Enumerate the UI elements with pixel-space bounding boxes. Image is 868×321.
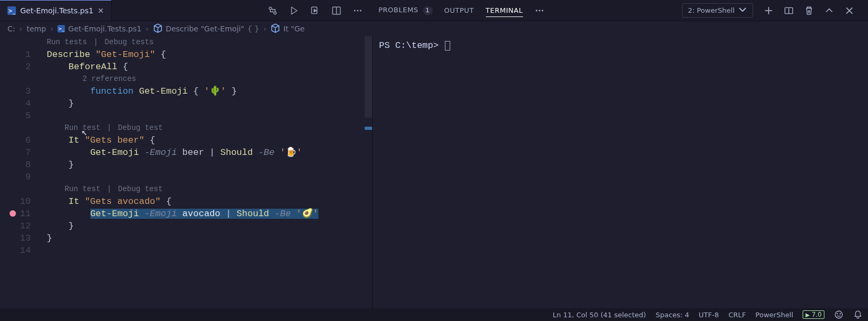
status-encoding[interactable]: UTF-8 xyxy=(699,311,719,319)
terminal-prompt: PS C:\temp> xyxy=(379,40,444,51)
terminal-actions: 2: PowerShell xyxy=(682,3,862,18)
codelens-debug-tests[interactable]: Debug tests xyxy=(105,36,154,48)
powershell-file-icon: >_ xyxy=(57,25,65,32)
status-language[interactable]: PowerShell xyxy=(755,311,793,319)
breakpoint-icon[interactable] xyxy=(10,210,16,217)
run-icon[interactable] xyxy=(289,6,299,15)
svg-point-8 xyxy=(536,10,537,11)
code-line xyxy=(47,110,372,122)
codelens-run-test[interactable]: Run test xyxy=(65,183,100,195)
tab-problems[interactable]: PROBLEMS 1 xyxy=(378,4,433,18)
codelens: Run test | Debug test xyxy=(47,183,372,195)
feedback-icon[interactable] xyxy=(834,310,844,319)
breadcrumb[interactable]: C: › temp › >_ Get-Emoji.Tests.ps1 › Des… xyxy=(0,21,372,36)
terminal-selector[interactable]: 2: PowerShell xyxy=(682,3,753,18)
code-line: } xyxy=(47,159,372,171)
breadcrumb-seg[interactable]: temp xyxy=(27,24,46,33)
svg-point-1 xyxy=(274,12,276,14)
svg-point-9 xyxy=(538,10,540,11)
code-line: Get-Emoji -Emoji avocado | Should -Be '🥑… xyxy=(47,208,372,220)
overview-ruler-marker xyxy=(365,127,372,130)
code-content[interactable]: Run tests | Debug tests Describe "Get-Em… xyxy=(47,36,372,308)
svg-point-10 xyxy=(542,10,543,11)
more-icon[interactable] xyxy=(353,6,363,15)
codelens-debug-test[interactable]: Debug test xyxy=(118,122,163,134)
chevron-down-icon xyxy=(738,5,747,16)
terminal-cursor xyxy=(445,41,450,51)
maximize-panel-icon[interactable] xyxy=(824,6,834,15)
codelens-references[interactable]: 2 references xyxy=(82,73,136,85)
editor-tabs: >_ Get-Emoji.Tests.ps1 ✕ xyxy=(0,0,372,21)
tab-filename: Get-Emoji.Tests.ps1 xyxy=(20,6,94,15)
svg-point-18 xyxy=(837,314,838,314)
code-line: BeforeAll { xyxy=(47,61,372,73)
svg-point-5 xyxy=(354,10,356,11)
codelens-debug-test[interactable]: Debug test xyxy=(118,183,163,195)
trash-icon[interactable] xyxy=(804,6,814,15)
line-gutter: 1 2 3 4 5 6 7 8 9 10 11 12 13 14 xyxy=(0,36,47,308)
breadcrumb-symbol[interactable]: It "Ge xyxy=(271,23,305,35)
svg-point-17 xyxy=(835,311,842,318)
codelens: Run test | Debug test xyxy=(47,122,372,134)
close-panel-icon[interactable] xyxy=(845,6,854,15)
breadcrumb-seg[interactable]: >_ Get-Emoji.Tests.ps1 xyxy=(57,24,141,33)
tab-terminal[interactable]: TERMINAL xyxy=(486,4,523,17)
svg-point-7 xyxy=(360,10,361,11)
git-compare-icon[interactable] xyxy=(268,6,277,15)
status-indent[interactable]: Spaces: 4 xyxy=(655,311,689,319)
editor-toolbar xyxy=(268,0,372,21)
split-editor-icon[interactable] xyxy=(332,6,341,15)
status-eol[interactable]: CRLF xyxy=(729,311,746,319)
codelens: Run tests | Debug tests xyxy=(47,36,372,48)
codelens: 2 references xyxy=(47,73,372,85)
more-icon[interactable] xyxy=(535,6,544,15)
minimap[interactable] xyxy=(365,36,372,308)
svg-point-19 xyxy=(840,314,840,314)
breadcrumb-seg[interactable]: C: xyxy=(7,24,15,33)
chevron-right-icon: › xyxy=(146,24,149,33)
svg-point-6 xyxy=(357,10,359,11)
new-terminal-icon[interactable] xyxy=(764,6,773,15)
run-selection-icon[interactable] xyxy=(310,6,320,15)
code-line: function Get-Emoji { '🌵' } xyxy=(47,85,372,97)
breadcrumb-symbol[interactable]: Describe "Get-Emoji" { } xyxy=(153,23,259,35)
status-ps-version[interactable]: ▶ 7.0 xyxy=(803,310,824,319)
symbol-icon xyxy=(271,23,280,35)
code-line xyxy=(47,244,372,257)
chevron-right-icon: › xyxy=(264,24,267,33)
powershell-file-icon: >_ xyxy=(7,6,16,15)
split-terminal-icon[interactable] xyxy=(784,6,794,15)
code-line: Describe "Get-Emoji" { xyxy=(47,48,372,61)
code-line: It "Gets avocado" { xyxy=(47,195,372,208)
main-area: 1 2 3 4 5 6 7 8 9 10 11 12 13 14 Run tes… xyxy=(0,36,868,308)
title-bar: >_ Get-Emoji.Tests.ps1 ✕ PROBLEMS xyxy=(0,0,868,21)
code-line: } xyxy=(47,220,372,232)
panel-tabs: PROBLEMS 1 OUTPUT TERMINAL 2: PowerShell xyxy=(372,0,868,21)
notifications-icon[interactable] xyxy=(853,310,863,319)
code-line: } xyxy=(47,232,372,244)
code-line: Get-Emoji -Emoji beer | Should -Be '🍺' xyxy=(47,146,372,159)
code-line xyxy=(47,171,372,183)
chevron-right-icon: › xyxy=(20,24,23,33)
tab-file[interactable]: >_ Get-Emoji.Tests.ps1 ✕ xyxy=(0,0,112,21)
close-icon[interactable]: ✕ xyxy=(98,6,104,15)
chevron-right-icon: › xyxy=(50,24,54,33)
mouse-cursor-icon: ↖ xyxy=(81,127,87,139)
terminal-panel[interactable]: PS C:\temp> xyxy=(372,36,868,308)
codelens-run-tests[interactable]: Run tests xyxy=(47,36,87,48)
symbol-icon xyxy=(153,23,163,35)
svg-point-0 xyxy=(269,7,272,10)
code-line: It "Gets beer" { xyxy=(47,134,372,146)
code-line: } xyxy=(47,97,372,110)
status-bar: Ln 11, Col 50 (41 selected) Spaces: 4 UT… xyxy=(0,308,868,321)
status-cursor-position[interactable]: Ln 11, Col 50 (41 selected) xyxy=(553,311,646,319)
problems-count-badge: 1 xyxy=(423,6,433,15)
tab-output[interactable]: OUTPUT xyxy=(444,4,474,17)
code-editor[interactable]: 1 2 3 4 5 6 7 8 9 10 11 12 13 14 Run tes… xyxy=(0,36,372,308)
